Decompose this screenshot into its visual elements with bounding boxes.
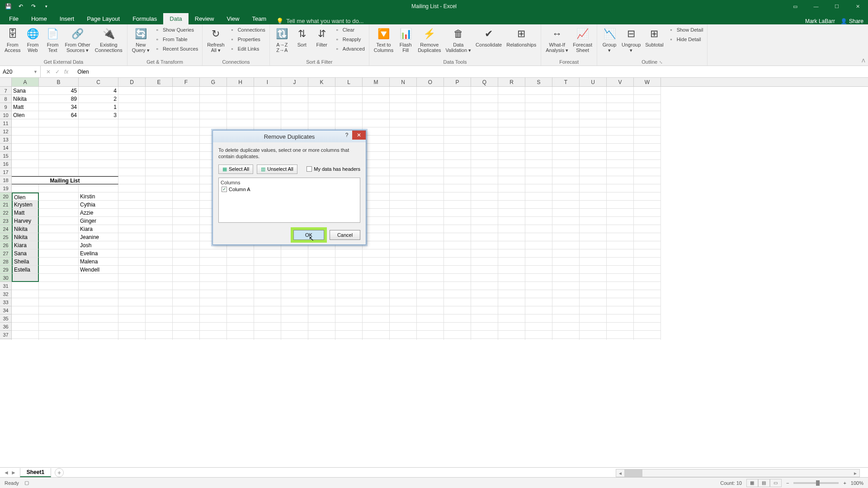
scroll-thumb[interactable] <box>624 469 642 477</box>
cell[interactable] <box>634 95 661 103</box>
cell[interactable] <box>444 168 471 176</box>
cell[interactable] <box>173 119 200 127</box>
cell[interactable] <box>118 258 146 266</box>
cell[interactable] <box>254 323 281 331</box>
cell[interactable] <box>254 95 281 103</box>
cell[interactable] <box>146 266 173 274</box>
cell[interactable] <box>634 217 661 225</box>
column-header[interactable]: B <box>39 78 79 86</box>
row-header[interactable]: 18 <box>0 176 12 184</box>
cell[interactable] <box>552 119 580 127</box>
cell[interactable] <box>444 160 471 168</box>
cell[interactable] <box>146 233 173 241</box>
cell[interactable] <box>390 314 417 323</box>
cell[interactable] <box>444 217 471 225</box>
share-button[interactable]: 👤 Share <box>840 18 863 24</box>
cell[interactable] <box>471 339 498 340</box>
cell[interactable] <box>79 119 118 127</box>
cell[interactable] <box>498 339 525 340</box>
cell[interactable] <box>200 290 227 298</box>
cell[interactable] <box>607 306 634 314</box>
cell[interactable] <box>471 323 498 331</box>
cell[interactable] <box>79 184 118 192</box>
cell[interactable] <box>390 192 417 201</box>
cell[interactable] <box>498 176 525 184</box>
cell[interactable] <box>146 87 173 95</box>
cell[interactable]: Harvey <box>12 217 39 225</box>
cell[interactable] <box>634 298 661 306</box>
cell[interactable] <box>363 87 390 95</box>
cell[interactable] <box>498 168 525 176</box>
cell[interactable] <box>471 192 498 201</box>
cell[interactable] <box>607 184 634 192</box>
properties-button[interactable]: ▫Properties <box>227 35 267 43</box>
cell[interactable]: Nikita <box>12 225 39 233</box>
cell[interactable] <box>12 160 39 168</box>
cell[interactable] <box>444 111 471 119</box>
cell[interactable] <box>417 331 444 339</box>
cell[interactable] <box>634 184 661 192</box>
cell[interactable] <box>227 119 254 127</box>
cell[interactable] <box>146 217 173 225</box>
cell[interactable] <box>525 258 552 266</box>
cell[interactable]: Matt <box>12 103 39 111</box>
cell[interactable] <box>552 103 580 111</box>
cell[interactable] <box>39 331 79 339</box>
cell[interactable] <box>39 274 79 282</box>
cell[interactable] <box>227 298 254 306</box>
cell[interactable] <box>200 258 227 266</box>
column-header[interactable]: M <box>363 78 390 86</box>
cell[interactable] <box>118 201 146 209</box>
cell[interactable] <box>308 103 335 111</box>
cell[interactable] <box>417 266 444 274</box>
cell[interactable] <box>552 241 580 249</box>
ok-button[interactable]: OK ↖ <box>293 230 324 240</box>
cell[interactable] <box>498 119 525 127</box>
cell[interactable] <box>12 298 39 306</box>
cell[interactable] <box>634 111 661 119</box>
page-layout-view-icon[interactable]: ▤ <box>758 479 770 487</box>
cell[interactable] <box>281 266 308 274</box>
cell[interactable] <box>607 160 634 168</box>
cell[interactable] <box>200 266 227 274</box>
cell[interactable] <box>634 127 661 136</box>
cell[interactable] <box>118 192 146 201</box>
row-header[interactable]: 15 <box>0 152 12 160</box>
column-header[interactable]: L <box>335 78 363 86</box>
cell[interactable] <box>607 119 634 127</box>
cell[interactable] <box>363 339 390 340</box>
cell[interactable] <box>607 314 634 323</box>
cell[interactable] <box>498 266 525 274</box>
connections-button[interactable]: ▫Connections <box>227 26 267 34</box>
cell[interactable] <box>335 258 363 266</box>
cell[interactable] <box>79 331 118 339</box>
cell[interactable] <box>363 274 390 282</box>
column-header[interactable]: J <box>281 78 308 86</box>
cell[interactable] <box>417 290 444 298</box>
cell[interactable] <box>79 306 118 314</box>
cell[interactable]: Krysten <box>12 201 39 209</box>
unselect-all-button[interactable]: ▥ Unselect All <box>257 164 297 174</box>
cell[interactable] <box>146 192 173 201</box>
cell[interactable] <box>390 217 417 225</box>
cell[interactable] <box>146 168 173 176</box>
recent-sources-button[interactable]: ▫Recent Sources <box>152 45 199 53</box>
cell[interactable] <box>607 95 634 103</box>
cell[interactable] <box>444 258 471 266</box>
cell[interactable] <box>118 152 146 160</box>
cell[interactable] <box>39 168 79 176</box>
macro-record-icon[interactable]: ▢ <box>24 480 29 486</box>
cell[interactable] <box>118 306 146 314</box>
sheet-nav-prev-icon[interactable]: ◄ <box>4 469 9 476</box>
zoom-slider[interactable] <box>793 482 839 484</box>
cell[interactable] <box>471 136 498 144</box>
cell[interactable] <box>79 290 118 298</box>
row-header[interactable]: 36 <box>0 323 12 331</box>
maximize-icon[interactable]: ☐ <box>826 0 847 13</box>
cell[interactable] <box>173 266 200 274</box>
tab-formulas[interactable]: Formulas <box>126 13 163 24</box>
cell[interactable]: Cythia <box>79 201 118 209</box>
column-header[interactable]: N <box>390 78 417 86</box>
cell[interactable]: 2 <box>79 95 118 103</box>
consolidate-button[interactable]: ✔Consolidate <box>474 26 504 48</box>
